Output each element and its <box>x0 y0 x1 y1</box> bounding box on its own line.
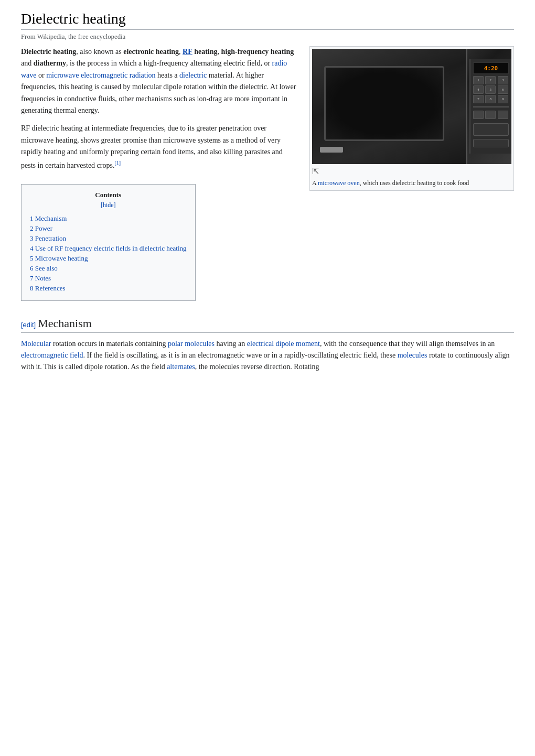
list-item: 6 See also <box>30 264 187 273</box>
list-item: 2 Power <box>30 224 187 233</box>
mechanism-paragraph: Molecular rotation occurs in materials c… <box>21 338 514 373</box>
em-field-link[interactable]: electromagnetic field <box>21 351 83 359</box>
mechanism-heading: [edit]Mechanism <box>21 317 514 333</box>
toc-notes[interactable]: 7 Notes <box>30 274 51 282</box>
bold-diathermy: diathermy <box>34 59 66 67</box>
bold-hf-heating: high-frequency heating <box>221 48 294 56</box>
button-grid: 1 2 3 4 5 6 7 8 9 <box>473 76 509 103</box>
rf-link[interactable]: RF <box>183 48 192 56</box>
toc-references[interactable]: 8 References <box>30 284 66 292</box>
list-item: 8 References <box>30 284 187 293</box>
microwave-panel: 4:20 1 2 3 4 5 6 7 8 9 <box>469 59 511 154</box>
contents-hide[interactable]: [hide] <box>30 201 187 209</box>
mechanism-edit-link[interactable]: [edit] <box>21 321 36 329</box>
cite-1-link[interactable]: [1] <box>114 160 121 166</box>
btn-7: 7 <box>473 95 484 103</box>
list-item: 3 Penetration <box>30 234 187 243</box>
bold-rf: RF <box>183 48 192 56</box>
image-caption: A microwave oven, which uses dielectric … <box>312 178 511 188</box>
alternates-link[interactable]: alternates <box>167 363 195 371</box>
electrical-dipole-link[interactable]: electrical dipole moment <box>247 340 320 348</box>
contents-list: 1 Mechanism 2 Power 3 Penetration 4 Use … <box>30 214 187 293</box>
contents-box: Contents [hide] 1 Mechanism 2 Power 3 Pe… <box>21 184 196 301</box>
btn-3: 3 <box>498 76 508 84</box>
btn-8: 8 <box>485 95 496 103</box>
button-grid-2 <box>473 111 509 119</box>
bold-electronic-heating: electronic heating <box>123 48 179 56</box>
wiki-source: From Wikipedia, the free encyclopedia <box>21 33 514 41</box>
molecular-link[interactable]: Molecular <box>21 340 51 348</box>
list-item: 1 Mechanism <box>30 214 187 223</box>
list-item: 7 Notes <box>30 274 187 283</box>
door-handle <box>320 147 343 153</box>
article-body: 4:20 1 2 3 4 5 6 7 8 9 <box>21 46 514 307</box>
molecules-link[interactable]: molecules <box>398 351 427 359</box>
btn-4: 4 <box>473 85 484 94</box>
toc-microwave[interactable]: 5 Microwave heating <box>30 254 88 262</box>
microwave-door <box>312 49 467 164</box>
expand-icon[interactable]: ⇱ <box>312 166 511 176</box>
btn-6: 6 <box>498 85 508 94</box>
toc-mechanism[interactable]: 1 Mechanism <box>30 214 67 222</box>
toc-see-also[interactable]: 6 See also <box>30 264 58 272</box>
btn-9: 9 <box>498 95 508 103</box>
bold-dielectric-heating: Dielectric heating <box>21 48 76 56</box>
toc-power[interactable]: 2 Power <box>30 224 52 232</box>
article-image: 4:20 1 2 3 4 5 6 7 8 9 <box>309 46 514 191</box>
btn-1: 1 <box>473 76 484 84</box>
btn-b <box>485 111 496 119</box>
microwave-link[interactable]: microwave <box>46 71 79 79</box>
microwave-image: 4:20 1 2 3 4 5 6 7 8 9 <box>312 49 511 164</box>
list-item: 4 Use of RF frequency electric fields in… <box>30 244 187 253</box>
contents-title: Contents <box>30 191 187 199</box>
btn-c <box>498 111 508 119</box>
toc-use-rf[interactable]: 4 Use of RF frequency electric fields in… <box>30 244 187 252</box>
list-item: 5 Microwave heating <box>30 254 187 263</box>
caption-link[interactable]: microwave oven <box>318 179 360 187</box>
hide-link[interactable]: [hide] <box>101 201 116 209</box>
btn-5: 5 <box>485 85 496 94</box>
door-window <box>324 66 444 141</box>
dielectric-link[interactable]: dielectric <box>179 71 207 79</box>
em-radiation-link[interactable]: electromagnetic radiation <box>81 71 156 79</box>
btn-a <box>473 111 484 119</box>
page-title: Dielectric heating <box>21 10 514 30</box>
btn-2: 2 <box>485 76 496 84</box>
display-time: 4:20 <box>473 62 509 74</box>
bold-heating: heating <box>194 48 217 56</box>
toc-penetration[interactable]: 3 Penetration <box>30 234 66 242</box>
polar-molecules-link[interactable]: polar molecules <box>168 340 215 348</box>
